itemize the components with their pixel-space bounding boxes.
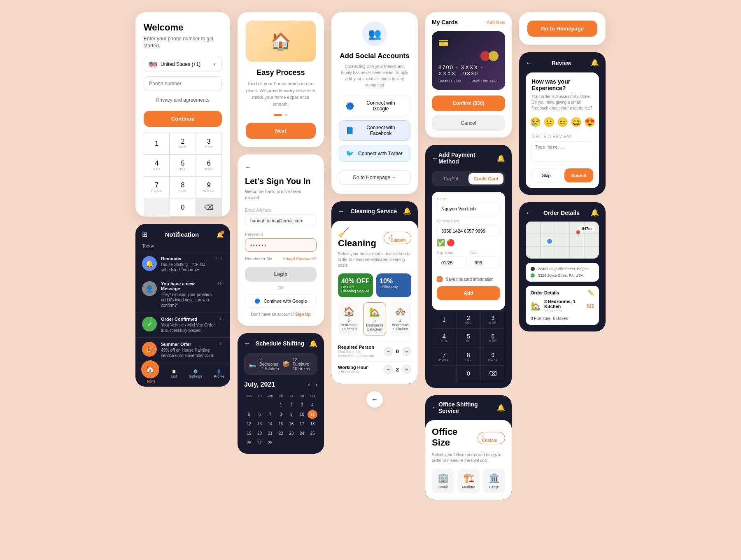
numpad-key-1[interactable]: 1 [432,310,456,329]
card-number-input[interactable] [437,225,500,237]
continue-button[interactable]: Continue [144,111,222,127]
prev-month-btn[interactable]: ‹ [308,381,310,388]
cal-day[interactable]: 27 [255,439,265,447]
email-input[interactable] [245,214,317,227]
numpad-key-2[interactable]: 2ABC [456,310,480,329]
bedroom-2[interactable]: 🏠 2 Bedrooms1 Kitchen [338,302,360,336]
numpad-key-9[interactable]: 9WXYZ [481,347,505,366]
hour-decrement-btn[interactable]: − [384,365,393,374]
cal-day[interactable]: 15 [276,420,286,428]
back-arrow-icon[interactable]: ← [432,154,438,162]
tab-paypal[interactable]: PayPal [433,173,468,184]
back-button[interactable]: ← [366,391,383,408]
cal-day[interactable]: 12 [244,420,254,428]
nav-settings[interactable]: ⚙️ Settings [189,369,202,383]
back-arrow-icon[interactable]: ← [245,163,317,171]
exp-input[interactable] [437,257,467,269]
add-new-link[interactable]: Add New [487,20,505,25]
cal-day[interactable]: 1 [276,401,286,409]
hour-increment-btn[interactable]: + [402,365,411,374]
submit-button[interactable]: Submit [564,168,593,182]
person-decrement-btn[interactable]: − [384,347,393,356]
numpad-key-5[interactable]: 5JKL [170,154,196,176]
cal-day[interactable]: 9 [287,410,296,419]
numpad-key-del[interactable]: ⌫ [481,366,505,381]
back-arrow-icon[interactable]: ← [338,208,345,215]
office-size-large[interactable]: 🏛️ Large [483,469,505,493]
next-button[interactable]: Next [246,123,316,139]
numpad-key-3[interactable]: 3DEF [196,133,222,154]
login-button[interactable]: Login [245,267,317,282]
cal-day[interactable]: 20 [255,429,265,438]
emoji-terrible[interactable]: 😢 [530,117,541,128]
bedroom-3[interactable]: 🏡 3 Bedrooms1 Kitchen [363,302,386,336]
nav-profile[interactable]: 👤 Profile [214,369,224,383]
back-arrow-icon[interactable]: ← [526,59,532,67]
cal-day[interactable]: 8 [276,410,286,419]
custom-badge[interactable]: + + Custom [384,232,411,244]
cal-day[interactable]: 13 [255,420,265,428]
skip-button[interactable]: Skip [531,168,561,182]
cal-day[interactable]: 19 [244,429,254,438]
emoji-okay[interactable]: 😑 [557,117,568,128]
add-card-button[interactable]: Add [437,286,500,300]
numpad-key-0[interactable]: 0 [456,366,480,381]
tab-credit-card[interactable]: Credit Card [468,173,503,184]
numpad-key-9[interactable]: 9WXYZ [196,176,222,198]
office-custom-badge[interactable]: + Custom [478,432,505,444]
back-arrow-icon[interactable]: ← [244,340,251,347]
cal-day[interactable]: 2 [287,401,296,409]
forgot-password-link[interactable]: Forgot Password? [283,257,317,261]
numpad-key-6[interactable]: 6MNO [196,154,222,176]
bell-icon[interactable]: 🔔 [217,231,224,238]
cal-day[interactable]: 14 [265,420,275,428]
cal-day[interactable]: 17 [297,420,307,428]
numpad-key-4[interactable]: 4GHI [432,329,456,347]
cal-day[interactable]: 21 [265,429,275,438]
cancel-button[interactable]: Cancel [432,115,505,131]
office-size-small[interactable]: 🏢 Small [432,469,454,493]
go-homepage-button[interactable]: Go to Homepage [527,21,597,37]
cvv-input[interactable] [470,257,500,269]
cal-day[interactable]: 18 [308,420,317,428]
cal-day[interactable]: 23 [287,429,296,438]
emoji-great[interactable]: 😍 [584,117,595,128]
name-input[interactable] [437,203,500,215]
cal-day[interactable]: 5 [244,410,254,419]
cal-day[interactable]: 10 [297,410,307,419]
emoji-neutral[interactable]: 😐 [543,117,555,128]
numpad-key-8[interactable]: 8TUV [170,176,196,198]
connect-facebook-button[interactable]: 📘 Connect with Facebook [339,120,410,141]
numpad-key-5[interactable]: 5JKL [456,329,480,347]
person-increment-btn[interactable]: + [402,347,411,356]
numpad-key-6[interactable]: 6MNO [481,329,505,347]
numpad-key-7[interactable]: 7PQRS [144,176,170,198]
cal-day[interactable]: 28 [265,439,275,447]
save-checkbox[interactable]: ✓ [437,276,443,282]
cal-day[interactable]: 25 [308,429,317,438]
signup-link[interactable]: Sign Up [295,312,311,317]
numpad-key-3[interactable]: 3DEF [481,310,505,329]
numpad-key-2[interactable]: 2ABC [170,133,196,154]
edit-icon[interactable]: ✏️ [588,290,594,296]
cal-day[interactable]: 4 [308,401,317,409]
password-input[interactable] [245,238,317,252]
phone-input[interactable] [144,76,222,91]
country-dropdown[interactable]: 🇺🇸 United States (+1) ▼ [144,57,222,72]
cal-day[interactable]: 22 [276,429,286,438]
cal-day[interactable]: 26 [244,439,254,447]
cal-day-today[interactable]: 11 [308,410,317,419]
back-arrow-icon[interactable]: ← [432,404,438,411]
cal-day[interactable]: 6 [255,410,265,419]
google-signin-button[interactable]: 🔵 Continue with Google [245,294,317,308]
nav-list[interactable]: 📋 List [171,369,177,383]
cal-day[interactable]: 16 [287,420,296,428]
confirm-button[interactable]: Confirm ($56) [432,96,505,111]
numpad-key-4[interactable]: 4GHI [144,154,170,176]
office-size-medium[interactable]: 🏗️ Medium [457,469,480,493]
cal-day[interactable]: 7 [265,410,275,419]
numpad-key-1[interactable]: 1 [144,133,170,154]
go-homepage-button[interactable]: Go to Homepage → [339,170,410,185]
review-textarea[interactable] [531,141,593,162]
connect-google-button[interactable]: 🔵 Connect with Google [339,96,410,116]
